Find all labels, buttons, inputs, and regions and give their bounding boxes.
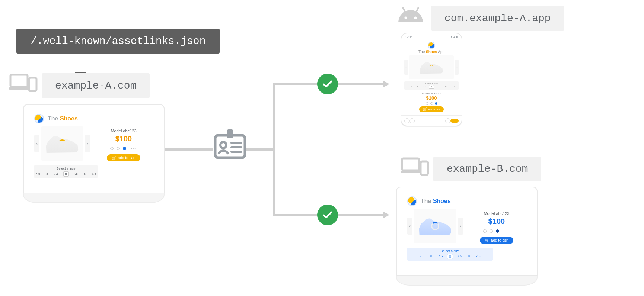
size-selector[interactable]: Select a size 7.5 8 7.5 8 7.5 8 7.5 xyxy=(404,81,459,90)
variant-dots[interactable] xyxy=(404,102,459,105)
nav-home-icon[interactable] xyxy=(404,118,409,123)
brand-logo-icon xyxy=(407,196,417,206)
product-model: Model abc123 xyxy=(467,211,526,216)
product-price: $100 xyxy=(467,217,526,226)
product-image xyxy=(414,209,456,243)
check-icon-app xyxy=(317,74,338,94)
check-icon-web xyxy=(317,205,338,225)
nav-search-icon[interactable] xyxy=(409,118,415,123)
target-phone-mock: 12:35 ▾▲▮ The Shoes App ‹ › Select a siz… xyxy=(401,33,462,126)
svg-rect-13 xyxy=(402,158,419,170)
assetlinks-path-label: /.well-known/assetlinks.json xyxy=(16,29,220,54)
brand-logo-icon xyxy=(428,42,435,49)
phone-status-bar: 12:35 ▾▲▮ xyxy=(401,33,462,40)
product-model: Model abc123 xyxy=(94,129,153,133)
svg-rect-4 xyxy=(227,129,233,138)
app-package-label: com.example-A.app xyxy=(431,6,564,31)
product-image xyxy=(409,55,454,79)
svg-point-5 xyxy=(220,142,226,148)
brand-logo-icon xyxy=(34,114,44,123)
svg-line-9 xyxy=(403,7,405,12)
arrowhead-upper xyxy=(383,81,389,87)
svg-rect-1 xyxy=(9,87,29,90)
cart-icon xyxy=(485,238,489,242)
variant-dots[interactable]: ⋯ xyxy=(467,228,526,234)
product-price: $100 xyxy=(404,95,459,101)
loading-spinner-icon xyxy=(431,222,439,230)
target-laptop-mock: The Shoes ‹ › Model abc123 $100 xyxy=(396,187,538,286)
product-price: $100 xyxy=(94,135,153,143)
brand-name: The Shoes xyxy=(48,115,78,122)
android-icon xyxy=(397,7,424,25)
nav-orders-icon[interactable] xyxy=(445,118,450,123)
connector-assetlinks-horizontal xyxy=(75,72,86,73)
product-model: Model abc123 xyxy=(404,92,459,95)
size-selector[interactable]: Select a size 7.5 8 7.5 8 7.5 8 7.5 xyxy=(407,248,493,261)
carousel-prev[interactable]: ‹ xyxy=(34,135,39,152)
connector-assetlinks-vertical xyxy=(86,54,86,73)
cart-icon xyxy=(423,108,427,111)
svg-rect-14 xyxy=(401,171,421,173)
flow-line-trunk-left xyxy=(165,148,213,151)
devices-icon-target xyxy=(401,156,430,176)
flow-line-trunk-right xyxy=(246,148,275,151)
cart-icon xyxy=(112,156,116,160)
devices-icon-source xyxy=(9,73,38,93)
arrowhead-lower xyxy=(383,212,389,218)
loading-spinner-icon xyxy=(429,65,434,70)
nav-account-icon[interactable] xyxy=(450,119,459,123)
add-to-cart-button[interactable]: add to cart xyxy=(419,106,444,112)
brand-name: The Shoes xyxy=(421,198,451,205)
source-laptop-mock: The Shoes ‹ › Model abc123 $100 xyxy=(23,104,165,203)
svg-rect-2 xyxy=(29,78,36,91)
carousel-prev[interactable]: ‹ xyxy=(404,60,408,75)
app-title: The Shoes App xyxy=(404,50,459,54)
phone-bottom-nav[interactable] xyxy=(401,115,462,126)
target-domain-label: example-B.com xyxy=(433,157,541,181)
svg-rect-15 xyxy=(421,161,428,175)
svg-rect-0 xyxy=(10,75,28,87)
carousel-next[interactable]: › xyxy=(85,135,90,152)
size-selector[interactable]: Select a size 7.5 8 7.5 8 7.5 8 7.5 xyxy=(34,165,98,178)
add-to-cart-button[interactable]: add to cart xyxy=(480,237,513,244)
svg-line-10 xyxy=(416,7,418,12)
flow-line-vertical-split xyxy=(273,83,275,216)
id-badge-icon xyxy=(212,126,248,164)
source-domain-label: example-A.com xyxy=(42,73,150,98)
variant-dots[interactable]: ⋯ xyxy=(94,145,153,151)
carousel-next[interactable]: › xyxy=(455,60,459,75)
loading-spinner-icon xyxy=(58,139,66,148)
add-to-cart-button[interactable]: add to cart xyxy=(107,154,140,161)
carousel-prev[interactable]: ‹ xyxy=(407,218,412,235)
carousel-next[interactable]: › xyxy=(458,218,463,235)
svg-point-12 xyxy=(414,17,417,19)
svg-point-11 xyxy=(405,17,407,19)
product-image xyxy=(41,126,83,161)
